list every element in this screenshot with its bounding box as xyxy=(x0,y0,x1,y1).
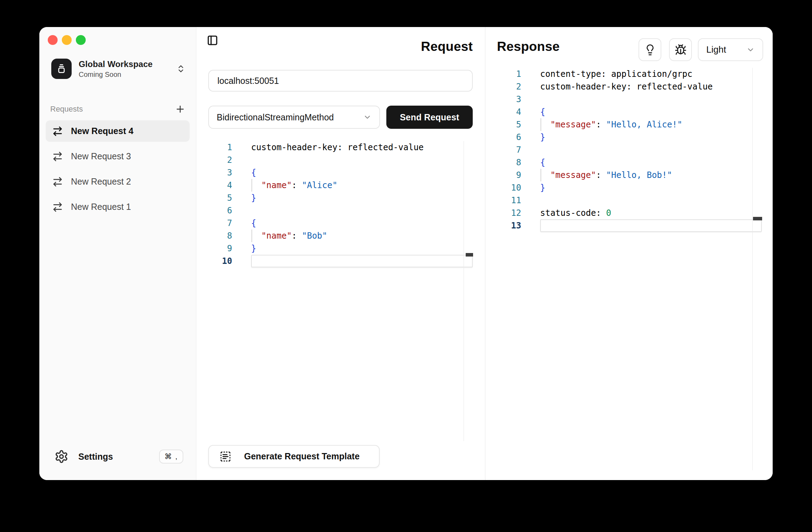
sidebar-item-new-request-3[interactable]: New Request 3 xyxy=(46,146,190,167)
code-line: 8 "name": "Bob" xyxy=(196,230,485,242)
code-line: 4 "name": "Alice" xyxy=(196,179,485,192)
code-text: } xyxy=(540,181,545,194)
sidebar: Global Workspace Coming Soon Requests xyxy=(39,27,196,480)
workspace-text: Global Workspace Coming Soon xyxy=(79,59,176,79)
lightbulb-button[interactable] xyxy=(639,38,661,61)
code-line: 7 xyxy=(485,144,773,156)
code-line: 2 xyxy=(196,154,485,166)
response-panel: Response Light 1content-type: applicatio… xyxy=(485,27,773,480)
line-number: 6 xyxy=(485,131,521,144)
workspace-switcher[interactable]: Global Workspace Coming Soon xyxy=(51,59,185,79)
arrows-swap-icon xyxy=(52,201,63,213)
chevrons-up-down-icon xyxy=(176,64,185,73)
code-text: "message": "Hello, Bob!" xyxy=(540,169,672,181)
template-icon xyxy=(220,451,231,463)
requests-label: Requests xyxy=(50,105,83,114)
line-number: 5 xyxy=(196,192,232,204)
code-text: { xyxy=(251,217,256,230)
code-line: 10 xyxy=(196,255,485,267)
line-number: 10 xyxy=(485,181,521,194)
line-number: 2 xyxy=(485,80,521,93)
code-text: } xyxy=(540,131,545,144)
line-number: 9 xyxy=(485,169,521,181)
code-line: 8{ xyxy=(485,156,773,169)
line-number: 2 xyxy=(196,154,232,166)
settings-label: Settings xyxy=(78,452,159,462)
line-number: 11 xyxy=(485,194,521,207)
server-address-input[interactable] xyxy=(208,70,473,92)
sidebar-item-new-request-2[interactable]: New Request 2 xyxy=(46,171,190,192)
code-line: 11 xyxy=(485,194,773,207)
line-number: 3 xyxy=(485,93,521,106)
zoom-window-button[interactable] xyxy=(76,35,86,45)
active-line-cursor-box[interactable] xyxy=(251,255,473,267)
line-number: 6 xyxy=(196,204,232,217)
line-number: 7 xyxy=(485,144,521,156)
requests-section-header: Requests xyxy=(50,104,185,115)
settings-button[interactable]: Settings ⌘ , xyxy=(54,449,183,464)
settings-shortcut-badge: ⌘ , xyxy=(159,450,183,464)
line-number: 8 xyxy=(196,230,232,242)
theme-dropdown[interactable]: Light xyxy=(698,38,763,61)
code-text: content-type: application/grpc xyxy=(540,68,692,80)
code-line: 5} xyxy=(196,192,485,204)
sidebar-toggle-button[interactable] xyxy=(206,34,219,47)
code-line: 7{ xyxy=(196,217,485,230)
generate-request-template-label: Generate Request Template xyxy=(244,451,360,461)
code-text: status-code: 0 xyxy=(540,207,611,219)
line-number: 9 xyxy=(196,242,232,255)
active-line-cursor-box[interactable] xyxy=(540,219,762,232)
window-controls xyxy=(48,35,86,45)
generate-request-template-button[interactable]: Generate Request Template xyxy=(208,445,380,468)
line-number: 8 xyxy=(485,156,521,169)
code-line: 9} xyxy=(196,242,485,255)
request-item-label: New Request 3 xyxy=(71,151,131,161)
sidebar-item-new-request-4[interactable]: New Request 4 xyxy=(46,120,190,142)
chevron-down-icon xyxy=(746,46,755,54)
request-editor-right-border xyxy=(464,141,464,441)
gear-icon xyxy=(54,450,68,464)
bug-button[interactable] xyxy=(669,38,692,61)
send-request-label: Send Request xyxy=(400,112,459,122)
line-number: 12 xyxy=(485,207,521,219)
method-dropdown-value: BidirectionalStreamingMethod xyxy=(217,112,334,122)
response-code-editor[interactable]: 1content-type: application/grpc2custom-h… xyxy=(485,68,773,232)
code-line: 13 xyxy=(485,219,773,232)
request-item-label: New Request 1 xyxy=(71,202,131,212)
line-number: 5 xyxy=(485,118,521,131)
theme-dropdown-value: Light xyxy=(706,44,726,55)
sidebar-item-new-request-1[interactable]: New Request 1 xyxy=(46,196,190,218)
minimize-window-button[interactable] xyxy=(62,35,72,45)
close-window-button[interactable] xyxy=(48,35,58,45)
line-number: 4 xyxy=(485,106,521,118)
code-line: 1content-type: application/grpc xyxy=(485,68,773,80)
response-panel-title: Response xyxy=(497,38,559,56)
code-line: 2custom-header-key: reflected-value xyxy=(485,80,773,93)
code-text: "name": "Bob" xyxy=(251,230,327,242)
response-editor-scrollbar-thumb[interactable] xyxy=(753,217,762,220)
send-request-button[interactable]: Send Request xyxy=(386,106,473,129)
code-text: "name": "Alice" xyxy=(251,179,338,192)
request-panel-title: Request xyxy=(421,38,473,56)
method-dropdown[interactable]: BidirectionalStreamingMethod xyxy=(208,106,380,129)
chevron-down-icon xyxy=(363,113,372,121)
arrows-swap-icon xyxy=(52,151,63,162)
request-code-editor[interactable]: 1custom-header-key: reflected-value23{4 … xyxy=(196,141,485,267)
code-line: 4{ xyxy=(485,106,773,118)
code-line: 6} xyxy=(485,131,773,144)
code-text: } xyxy=(251,192,256,204)
code-line: 3{ xyxy=(196,166,485,179)
code-text: } xyxy=(251,242,256,255)
request-item-label: New Request 4 xyxy=(71,126,133,136)
line-number: 10 xyxy=(196,255,232,267)
line-number: 1 xyxy=(196,141,232,154)
arrows-swap-icon xyxy=(52,176,63,187)
request-item-label: New Request 2 xyxy=(71,177,131,187)
code-line: 1custom-header-key: reflected-value xyxy=(196,141,485,154)
line-number: 13 xyxy=(485,219,521,232)
code-text: { xyxy=(540,156,545,169)
code-line: 5 "message": "Hello, Alice!" xyxy=(485,118,773,131)
request-editor-scrollbar-thumb[interactable] xyxy=(466,253,473,257)
workspace-icon xyxy=(51,59,72,79)
add-request-button[interactable] xyxy=(175,104,185,114)
